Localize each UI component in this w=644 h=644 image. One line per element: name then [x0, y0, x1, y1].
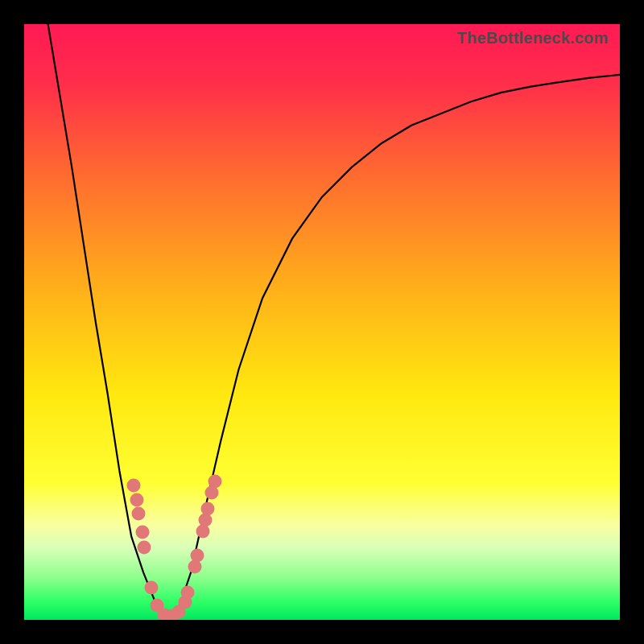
sample-dot: [130, 493, 144, 507]
sample-dots: [127, 475, 222, 621]
sample-dot: [138, 541, 151, 555]
chart-frame: TheBottleneck.com: [0, 0, 644, 644]
sample-dot: [181, 586, 195, 600]
sample-dot: [201, 502, 215, 516]
bottleneck-curve: [48, 24, 620, 620]
plot-area: TheBottleneck.com: [24, 24, 620, 620]
sample-dot: [199, 514, 213, 527]
sample-dot: [145, 581, 159, 595]
sample-dot: [188, 560, 202, 574]
watermark-text: TheBottleneck.com: [457, 29, 609, 47]
sample-dot: [191, 549, 204, 563]
sample-dot: [127, 479, 141, 493]
sample-dot: [196, 525, 210, 539]
sample-dot: [208, 475, 222, 489]
sample-dot: [136, 526, 150, 539]
curve-layer: [24, 24, 620, 620]
sample-dot: [132, 507, 146, 521]
